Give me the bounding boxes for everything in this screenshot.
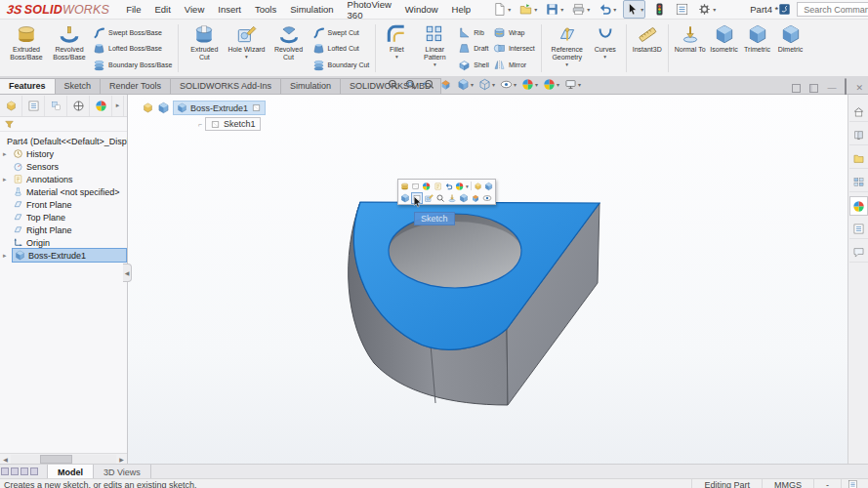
expand-arrow-icon[interactable]: ▸ — [3, 176, 7, 183]
window-pane-button[interactable] — [30, 468, 38, 475]
menu-edit[interactable]: Edit — [147, 2, 177, 17]
tab-simulation[interactable]: Simulation — [280, 78, 341, 94]
menu-view[interactable]: View — [178, 2, 211, 17]
hole-wizard-button[interactable]: Hole Wizard ▾ — [226, 21, 267, 75]
fillet-dropdown-icon[interactable]: ▾ — [395, 55, 398, 60]
save-button[interactable]: ▾ — [544, 1, 564, 18]
hide-show-icon[interactable] — [482, 193, 492, 203]
lofted-boss-base-button[interactable]: Lofted Boss/Base — [93, 42, 172, 56]
linear-pattern-button[interactable]: Linear Pattern ▾ — [413, 21, 456, 75]
display-style-button[interactable]: ▾ — [478, 78, 495, 91]
intersect-button[interactable]: Intersect — [493, 42, 535, 56]
fillet-button[interactable]: Fillet ▾ — [380, 21, 413, 75]
boundary-cut-button[interactable]: Boundary Cut — [312, 58, 370, 71]
mirror-button[interactable]: Mirror — [493, 58, 535, 71]
model-3d-view[interactable] — [128, 95, 847, 464]
linear-pattern-dropdown-icon[interactable]: ▾ — [434, 62, 436, 67]
solidworks-resources-tab[interactable] — [849, 102, 868, 122]
expand-arrow-icon[interactable]: ▸ — [3, 150, 7, 158]
curves-dropdown-icon[interactable]: ▾ — [603, 55, 606, 60]
configurationmanager-tab[interactable] — [45, 96, 67, 116]
tree-item-origin[interactable]: Origin — [0, 236, 127, 249]
scroll-right-arrow-icon[interactable]: ▶ — [116, 454, 127, 465]
menu-help[interactable]: Help — [445, 2, 478, 17]
pane-icon[interactable] — [792, 84, 801, 93]
window-pane-button[interactable] — [21, 468, 28, 475]
zoom-to-area-button[interactable] — [404, 78, 417, 91]
file-explorer-tab[interactable] — [849, 149, 868, 169]
hide-show-items-button[interactable]: ▾ — [500, 78, 517, 91]
custom-properties-tab[interactable] — [849, 220, 868, 239]
solidworks-forum-tab[interactable] — [849, 243, 868, 263]
doc-close-button[interactable]: ✕ — [855, 84, 863, 93]
tree-item-history[interactable]: ▸History — [0, 147, 127, 160]
zoom-to-fit-button[interactable] — [387, 78, 399, 91]
tree-item-annotations[interactable]: ▸Annotations — [0, 173, 127, 185]
custom-properties-tag-icon[interactable] — [841, 479, 864, 488]
hole-wizard-dropdown-icon[interactable]: ▾ — [245, 55, 248, 60]
file-properties-button[interactable] — [674, 1, 690, 18]
doc-minimize-button[interactable]: — — [827, 84, 836, 93]
part-icon[interactable] — [142, 102, 154, 114]
view-settings-button[interactable]: ▾ — [564, 78, 581, 91]
revolved-cut-button[interactable]: Revolved Cut — [268, 21, 310, 75]
solid-body-icon[interactable] — [157, 102, 170, 114]
reference-geometry-button[interactable]: Reference Geometry ▾ — [546, 21, 589, 75]
tree-item-top-plane[interactable]: Top Plane — [0, 211, 127, 224]
tree-item-front-plane[interactable]: Front Plane — [0, 198, 127, 211]
draft-button[interactable]: Draft — [458, 42, 489, 56]
breadcrumb-sketch-chip[interactable]: Sketch1 — [205, 117, 261, 131]
search-commands-box[interactable] — [797, 2, 868, 17]
dropdown-icon[interactable]: ▾ — [466, 183, 469, 189]
filter-funnel-icon[interactable] — [4, 119, 15, 130]
displaymanager-tab[interactable] — [90, 96, 112, 116]
tab-solidworks-add-ins[interactable]: SOLIDWORKS Add-Ins — [170, 78, 281, 94]
expand-arrow-icon[interactable]: ▸ — [3, 252, 7, 260]
edit-feature-icon[interactable] — [400, 182, 409, 191]
model-tab[interactable]: Model — [47, 465, 94, 478]
tree-item-right-plane[interactable]: Right Plane — [0, 224, 127, 236]
design-library-tab[interactable] — [849, 126, 868, 145]
isometric-button[interactable]: Isometric — [708, 21, 741, 75]
tab-features[interactable]: Features — [0, 78, 56, 94]
tree-item-material[interactable]: Material <not specified> — [0, 185, 127, 198]
menu-file[interactable]: File — [119, 2, 147, 17]
units-dropdown[interactable]: - — [813, 479, 841, 488]
extruded-boss-base-button[interactable]: Extruded Boss/Base — [5, 21, 48, 75]
select-body-icon[interactable] — [400, 193, 410, 203]
trimetric-button[interactable]: Trimetric — [741, 21, 774, 75]
section-view-icon[interactable] — [471, 193, 480, 203]
options-gear-button[interactable]: ▾ — [696, 1, 717, 18]
propertymanager-tab[interactable] — [22, 96, 45, 116]
curves-button[interactable]: Curves ▾ — [589, 21, 622, 75]
normal-to-icon[interactable] — [447, 193, 457, 203]
wrap-button[interactable]: Wrap — [493, 25, 535, 39]
new-document-button[interactable]: ▾ — [491, 1, 512, 18]
apply-scene-button[interactable]: ▾ — [543, 78, 559, 91]
instant3d-button[interactable]: Instant3D — [631, 21, 664, 75]
print-button[interactable]: ▾ — [570, 1, 591, 18]
scrollbar-thumb[interactable] — [40, 455, 71, 464]
configure-feature-icon[interactable] — [484, 182, 493, 191]
menu-photoview[interactable]: PhotoView 360 — [341, 0, 398, 22]
swept-boss-base-button[interactable]: Swept Boss/Base — [93, 25, 172, 39]
tree-root[interactable]: Part4 (Default<<Default>_Displa — [0, 135, 127, 147]
panel-collapse-handle[interactable]: ◀ — [123, 264, 132, 282]
menu-simulation[interactable]: Simulation — [283, 2, 340, 17]
previous-view-button[interactable] — [422, 78, 434, 91]
suppress-icon[interactable] — [444, 182, 453, 191]
menu-insert[interactable]: Insert — [211, 2, 248, 17]
edit-sketch-icon[interactable] — [411, 182, 420, 191]
extruded-cut-button[interactable]: Extruded Cut — [183, 21, 226, 75]
scroll-left-arrow-icon[interactable]: ◀ — [0, 454, 11, 465]
tab-render-tools[interactable]: Render Tools — [100, 78, 171, 94]
rib-button[interactable]: Rib — [458, 25, 489, 39]
3d-views-tab[interactable]: 3D Views — [94, 465, 151, 478]
menu-window[interactable]: Window — [398, 2, 445, 17]
view-palette-tab[interactable] — [849, 173, 868, 192]
comment-icon[interactable] — [434, 182, 442, 191]
normal-to-button[interactable]: Normal To — [673, 21, 708, 75]
reference-geometry-dropdown-icon[interactable]: ▾ — [565, 62, 568, 67]
open-button[interactable]: ▾ — [517, 1, 538, 18]
boundary-boss-base-button[interactable]: Boundary Boss/Base — [93, 58, 172, 71]
